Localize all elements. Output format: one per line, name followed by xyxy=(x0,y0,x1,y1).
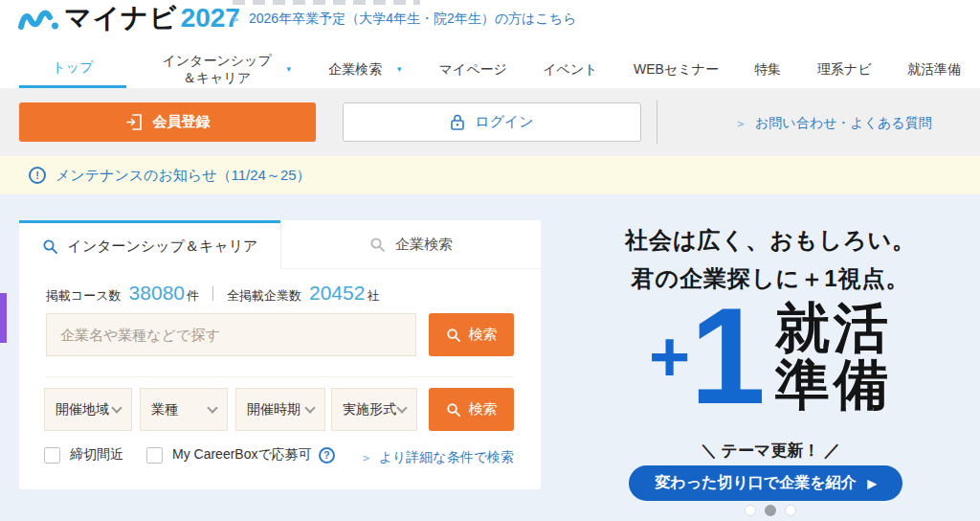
nav-item-mypage[interactable]: マイページ xyxy=(439,51,507,88)
help-question-icon[interactable]: ? xyxy=(319,447,335,464)
search-button-label: 検索 xyxy=(469,326,498,344)
main-nav: トップ インターンシップ ＆キャリア ▼ 企業検索 ▼ マイページ イベント W… xyxy=(0,51,980,88)
nav-label: 理系ナビ xyxy=(817,61,872,79)
nav-label: インターンシップ ＆キャリア xyxy=(162,53,271,86)
nav-item-rikei-navi[interactable]: 理系ナビ xyxy=(817,51,872,88)
nav-label: マイページ xyxy=(439,61,507,79)
companies-stat-value: 20452 xyxy=(309,282,365,305)
chevron-down-icon xyxy=(111,402,122,413)
grad-2026-link[interactable]: ＞ 2026年卒業予定（大学4年生・院2年生）の方はこちら xyxy=(230,11,576,28)
lock-icon xyxy=(450,113,465,131)
search-icon xyxy=(446,402,461,418)
banner-plus-one-graphic: + 1 就活 準備 xyxy=(569,300,971,414)
register-button-label: 会員登録 xyxy=(153,113,211,131)
filter-label: 開催時期 xyxy=(247,401,301,419)
search-option-checkboxes: 締切間近 My CareerBoxで応募可 ? xyxy=(44,446,335,464)
nav-label: 企業検索 xyxy=(328,61,382,79)
chevron-right-icon: ＞ xyxy=(735,116,746,132)
banner-headline-2: 君の企業探しに＋1視点。 xyxy=(569,263,971,294)
deadline-soon-label: 締切間近 xyxy=(70,446,123,464)
cropped-content-strip xyxy=(233,0,420,5)
careerbox-checkbox[interactable] xyxy=(146,447,163,464)
filter-search-button[interactable]: 検索 xyxy=(429,388,514,431)
chevron-right-icon: ＞ xyxy=(361,450,372,466)
nav-item-shukatsu-junbi[interactable]: 就活準備 xyxy=(907,51,961,88)
tab-label: インターンシップ＆キャリア xyxy=(68,238,258,256)
banner-cta-button[interactable]: 変わった切り口で企業を紹介 ▶ xyxy=(629,465,902,501)
purple-edge-artifact xyxy=(0,293,7,343)
logo-brand-text: マイナビ xyxy=(64,0,178,36)
detailed-search-link-label: より詳細な条件で検索 xyxy=(379,449,514,466)
login-button[interactable]: ログイン xyxy=(343,102,641,142)
mynavi-logo[interactable]: マイナビ 2027 xyxy=(17,0,240,36)
carousel-dot[interactable] xyxy=(785,505,796,516)
nav-label: WEBセミナー xyxy=(634,61,719,79)
wave-logo-icon xyxy=(17,8,59,33)
companies-stat-label: 全掲載企業数 xyxy=(227,287,301,305)
register-button[interactable]: 会員登録 xyxy=(19,102,316,142)
main-content-area: インターンシップ＆キャリア 企業検索 掲載コース数 38080 件 全掲載企業数… xyxy=(0,194,980,521)
tab-internship-career[interactable]: インターンシップ＆キャリア xyxy=(19,220,280,269)
mynavi-top-page: マイナビ 2027 ＞ 2026年卒業予定（大学4年生・院2年生）の方はこちら … xyxy=(0,0,980,521)
filter-label: 実施形式 xyxy=(343,401,396,419)
filter-format-select[interactable]: 実施形式 xyxy=(331,388,417,431)
courses-stat-unit: 件 xyxy=(187,287,199,305)
plus-one-text: + 1 xyxy=(649,304,762,410)
companies-stat-unit: 社 xyxy=(367,287,379,305)
listing-stats: 掲載コース数 38080 件 全掲載企業数 20452 社 xyxy=(46,282,379,305)
play-arrow-icon: ▶ xyxy=(868,477,877,490)
chevron-right-icon: ＞ xyxy=(230,11,241,28)
search-icon xyxy=(446,328,461,343)
filter-industry-select[interactable]: 業種 xyxy=(140,388,228,431)
contact-faq-link-label: お問い合わせ・よくある質問 xyxy=(755,115,932,132)
nav-item-features[interactable]: 特集 xyxy=(754,51,781,88)
door-enter-icon xyxy=(125,113,144,131)
filter-period-select[interactable]: 開催時期 xyxy=(235,388,325,431)
carousel-dots xyxy=(569,505,971,516)
banner-cta-label: 変わった切り口で企業を紹介 xyxy=(655,473,856,493)
nav-item-events[interactable]: イベント xyxy=(543,51,597,88)
carousel-dot[interactable] xyxy=(745,505,756,516)
chevron-down-icon xyxy=(396,402,407,413)
courses-stat-label: 掲載コース数 xyxy=(46,287,122,305)
search-panel: インターンシップ＆キャリア 企業検索 掲載コース数 38080 件 全掲載企業数… xyxy=(19,220,541,489)
banner-update-note: ＼ テーマ更新！ ／ xyxy=(569,440,971,462)
chevron-down-icon xyxy=(207,402,217,413)
nav-label: イベント xyxy=(543,61,597,79)
exclamation-circle-icon: ! xyxy=(29,167,46,184)
filter-label: 業種 xyxy=(151,401,178,419)
banner-headline-1: 社会は広く、おもしろい。 xyxy=(569,225,971,256)
nav-item-top[interactable]: トップ xyxy=(19,51,126,88)
nav-item-internship-career[interactable]: インターンシップ ＆キャリア ▼ xyxy=(162,51,292,88)
search-button-label: 検索 xyxy=(469,400,498,419)
filter-region-select[interactable]: 開催地域 xyxy=(44,388,132,431)
nav-label: 就活準備 xyxy=(907,61,961,79)
maintenance-notice-text: メンテナンスのお知らせ（11/24～25） xyxy=(56,167,311,185)
chevron-down-icon: ▼ xyxy=(285,65,293,74)
stat-divider xyxy=(212,286,213,301)
grad-2026-link-label: 2026年卒業予定（大学4年生・院2年生）の方はこちら xyxy=(249,11,576,28)
row-divider xyxy=(46,376,514,377)
filter-label: 開催地域 xyxy=(56,401,109,419)
login-button-label: ログイン xyxy=(475,113,533,131)
tab-label: 企業検索 xyxy=(395,236,453,254)
detailed-search-link[interactable]: ＞ より詳細な条件で検索 xyxy=(361,449,514,466)
deadline-soon-checkbox[interactable] xyxy=(44,447,60,464)
shukatsu-junbi-text: 就活 準備 xyxy=(775,300,892,414)
chevron-down-icon xyxy=(304,402,315,413)
maintenance-notice-banner[interactable]: ! メンテナンスのお知らせ（11/24～25） xyxy=(0,156,980,194)
chevron-down-icon: ▼ xyxy=(395,65,403,74)
courses-stat-value: 38080 xyxy=(129,282,185,305)
contact-faq-link[interactable]: ＞ お問い合わせ・よくある質問 xyxy=(735,115,932,132)
keyword-search-button[interactable]: 検索 xyxy=(429,313,514,356)
nav-label: トップ xyxy=(53,59,94,77)
nav-item-web-seminar[interactable]: WEBセミナー xyxy=(634,51,719,88)
keyword-search-input[interactable] xyxy=(46,313,416,356)
search-icon xyxy=(42,238,58,255)
tab-company-search[interactable]: 企業検索 xyxy=(280,220,541,269)
careerbox-label: My CareerBoxで応募可 xyxy=(172,446,312,464)
nav-label: 特集 xyxy=(754,61,781,79)
search-icon xyxy=(369,237,386,253)
carousel-dot-active[interactable] xyxy=(765,505,776,516)
nav-item-company-search[interactable]: 企業検索 ▼ xyxy=(328,51,403,88)
